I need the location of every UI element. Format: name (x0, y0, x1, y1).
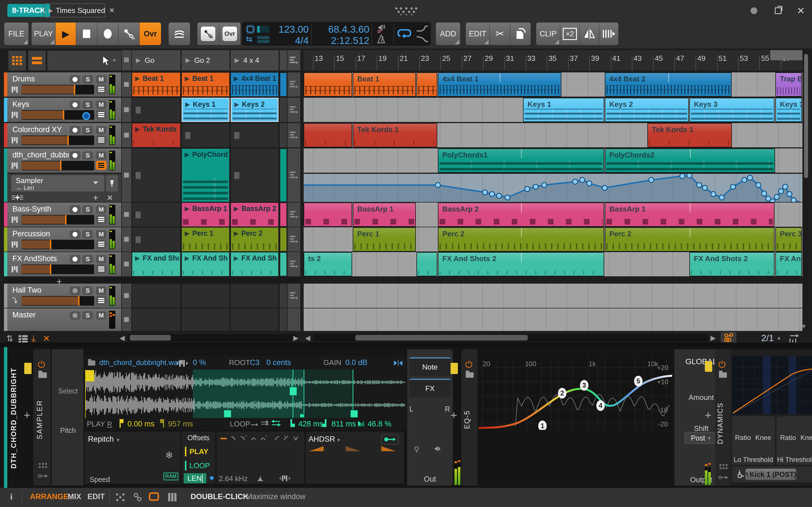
arranger-clip[interactable]: BassArp 1 (605, 203, 774, 227)
play-menu-button[interactable]: PLAY (32, 22, 55, 45)
position-value[interactable]: 68.4.3.60 (313, 24, 369, 35)
maximize-icon[interactable] (775, 7, 781, 14)
launcher-clip[interactable]: ▶Beat 1 (132, 72, 181, 97)
arranger-clip[interactable]: Perc 3 (775, 227, 802, 251)
arranger-clip[interactable]: Perc 2 (438, 227, 604, 251)
solo-button[interactable]: S (82, 255, 93, 263)
add-button[interactable]: ADD (436, 22, 460, 45)
chevron-down-icon[interactable] (93, 181, 98, 184)
scene-list-cell[interactable] (288, 203, 300, 227)
scene-list-cell[interactable] (288, 123, 300, 147)
device-slot-sampler[interactable]: Sampler↔ Len (11, 175, 104, 191)
mute-button[interactable]: M (96, 255, 107, 263)
keytrack-icon[interactable] (176, 359, 188, 367)
sampler-drag-dots-icon[interactable] (38, 462, 47, 469)
offset-play[interactable]: PLAY (190, 447, 208, 456)
arranger-clip[interactable]: Keys 3 (775, 98, 802, 122)
volume-fader[interactable] (21, 135, 94, 145)
stretch-amount[interactable]: 0 % (193, 358, 206, 367)
arranger-clip[interactable]: Keys 2 (605, 98, 689, 122)
mute-button[interactable]: M (96, 205, 107, 214)
volume-fader[interactable] (21, 85, 94, 94)
sample-waveform[interactable] (85, 370, 406, 418)
solo-button[interactable]: S (82, 230, 93, 238)
dyn-add-device-button[interactable]: + (705, 409, 711, 421)
expression-icon[interactable] (12, 194, 23, 201)
device-panel-toggle[interactable] (96, 265, 107, 274)
sampler-preset-icon[interactable] (38, 372, 47, 378)
launcher-clip[interactable]: ▶BassArp 2 (231, 203, 278, 227)
offset-loop[interactable]: LOOP (190, 461, 210, 470)
arranger-clip[interactable]: Perc 2 (605, 227, 774, 251)
clip-stop-cell[interactable] (122, 227, 132, 251)
empty-clip-slot[interactable] (132, 149, 181, 202)
arranger-clip[interactable]: FX And... (775, 252, 802, 276)
arranger-clip[interactable] (416, 252, 437, 276)
launcher-autowrite-button[interactable]: w (197, 22, 219, 45)
empty-clip-slot[interactable] (182, 284, 230, 308)
arranger-track-lane[interactable] (304, 308, 802, 331)
length-time[interactable]: 957 ms (168, 420, 193, 429)
gain-value[interactable]: 0.0 dB (345, 358, 367, 367)
stretch-icon[interactable] (599, 22, 618, 45)
arranger-clip[interactable] (304, 72, 352, 97)
tab-note[interactable]: Note (409, 357, 451, 376)
punch-in-icon[interactable] (375, 24, 386, 34)
clip-sliver[interactable] (280, 149, 287, 202)
launcher-clip[interactable]: ▶Keys 2 (231, 98, 278, 122)
time-value[interactable]: 2:12.512 (313, 35, 369, 46)
mirror-icon[interactable] (580, 22, 599, 45)
scene-list-cell[interactable] (288, 98, 300, 122)
freeze-icon[interactable]: ❄ (165, 450, 173, 461)
mute-button[interactable]: M (96, 311, 107, 320)
cutoff-value[interactable]: 2.64 kHz (219, 474, 248, 483)
mute-button[interactable]: M (96, 75, 107, 83)
launcher-clip[interactable]: ▶Perc 1 (182, 227, 230, 251)
track-header-fx-andshots[interactable]: FX AndShotsSM (7, 252, 121, 276)
offset-len[interactable]: LEN (184, 473, 206, 483)
clip-sliver[interactable] (280, 252, 287, 276)
vscroll-down-icon[interactable]: ▼ (801, 323, 807, 330)
record-arm-button[interactable] (70, 255, 80, 263)
device-panel-toggle[interactable] (96, 110, 107, 119)
device-color-swatch[interactable] (24, 363, 32, 374)
arranger-clip[interactable]: Keys 1 (523, 98, 604, 122)
solo-button[interactable]: S (82, 151, 93, 160)
volume-fader[interactable] (21, 296, 94, 305)
arranger-clip[interactable]: FX And Shots 2 (438, 252, 604, 276)
solo-button[interactable]: S (82, 101, 93, 109)
arranger-clip[interactable]: Trap Be (775, 72, 802, 97)
follow-icon[interactable]: ⤓ (32, 334, 35, 343)
clip-sliver[interactable] (280, 72, 287, 97)
ruler-selection[interactable] (770, 50, 802, 60)
device-panel-toggle[interactable] (96, 215, 107, 224)
copy-icon[interactable] (510, 22, 530, 45)
tab-fx[interactable]: FX (409, 379, 451, 397)
arranger-clip[interactable]: 4x4 Beat 1 (438, 72, 561, 97)
arranger-clip[interactable]: BassArp 2 (438, 203, 604, 227)
mute-button[interactable]: M (96, 101, 107, 109)
arranger-clip[interactable]: Tek Kords 1 (647, 123, 732, 147)
track-header-colorchord-xy[interactable]: Colorchord XYSM (7, 123, 121, 147)
arranger-clip[interactable]: ts 2 (304, 252, 352, 276)
arranger-clip[interactable]: FX And Shots 2 (689, 252, 774, 276)
eq-preset-icon[interactable] (466, 372, 474, 378)
eq-power-icon[interactable]: ⏻ (465, 359, 472, 370)
arranger-track-lane[interactable] (304, 284, 802, 308)
launcher-scrollbar[interactable] (128, 334, 297, 341)
launcher-clip[interactable]: ▶Beat 1 (182, 72, 230, 97)
arranger-clip[interactable]: Keys 3 (689, 98, 774, 122)
sampler-routing-icon[interactable] (38, 473, 48, 480)
info-icon[interactable]: i (10, 492, 12, 501)
record-arm-button[interactable] (70, 230, 80, 238)
arranger-clip[interactable]: 4x4 Beat 2 (605, 72, 732, 97)
mono-split-icon[interactable] (393, 359, 403, 367)
launcher-clip[interactable]: ▶Perc 2 (231, 227, 278, 251)
sample-file-name[interactable]: dth_chord_dubbright.wav (99, 358, 182, 367)
export-icon[interactable] (788, 333, 800, 344)
mute-button[interactable]: M (96, 230, 107, 238)
clip-stop-cell[interactable] (122, 284, 132, 308)
root-note[interactable]: C3 (250, 358, 260, 367)
dynamics-curve-display[interactable] (732, 356, 812, 414)
arranger-clip[interactable]: Beat 1 (353, 72, 416, 97)
